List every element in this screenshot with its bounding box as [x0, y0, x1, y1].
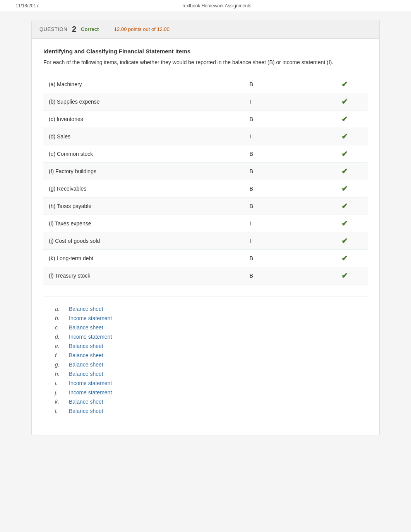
- item-answer: B: [244, 163, 322, 180]
- answer-letter: f.: [55, 352, 63, 358]
- answer-letter: d.: [55, 334, 63, 340]
- answer-letter: j.: [55, 389, 63, 396]
- question-description: For each of the following items, indicat…: [43, 58, 368, 66]
- item-check: ✔: [321, 111, 368, 128]
- answer-letter: i.: [55, 380, 63, 386]
- answer-value: Balance sheet: [69, 361, 103, 368]
- item-answer: B: [244, 76, 322, 93]
- item-answer: I: [244, 232, 322, 250]
- item-answer: I: [244, 215, 322, 232]
- checkmark-icon: ✔: [341, 80, 348, 89]
- list-item: f. Balance sheet: [55, 351, 356, 360]
- correct-badge: Correct: [81, 26, 99, 32]
- table-row: (c) Inventories B ✔: [43, 111, 368, 128]
- item-check: ✔: [321, 93, 368, 111]
- answer-value: Income statement: [69, 380, 112, 386]
- item-check: ✔: [321, 267, 368, 285]
- spacer2: [103, 26, 110, 32]
- item-label: (l) Treasury stock: [43, 267, 244, 285]
- table-row: (h) Taxes payable B ✔: [43, 198, 368, 215]
- item-label: (j) Cost of goods sold: [43, 232, 244, 250]
- list-item: l. Balance sheet: [55, 406, 356, 416]
- item-label: (i) Taxes expense: [43, 215, 244, 232]
- item-check: ✔: [321, 232, 368, 250]
- checkmark-icon: ✔: [341, 202, 348, 210]
- checkmark-icon: ✔: [341, 132, 348, 141]
- answer-value: Balance sheet: [69, 306, 103, 312]
- item-label: (c) Inventories: [43, 111, 244, 128]
- list-item: c. Balance sheet: [55, 323, 356, 332]
- answer-value: Balance sheet: [69, 352, 103, 358]
- points-text: 12.00 points out of 12.00: [114, 26, 170, 32]
- answer-letter: l.: [55, 408, 63, 414]
- list-item: d. Income statement: [55, 332, 356, 341]
- date-label: 11/18/2017: [15, 3, 39, 9]
- item-label: (a) Machinery: [43, 76, 244, 93]
- table-row: (g) Receivables B ✔: [43, 180, 368, 198]
- item-answer: B: [244, 250, 322, 267]
- item-check: ✔: [321, 250, 368, 267]
- checkmark-icon: ✔: [341, 115, 348, 123]
- item-label: (g) Receivables: [43, 180, 244, 198]
- checkmark-icon: ✔: [341, 167, 348, 176]
- table-row: (a) Machinery B ✔: [43, 76, 368, 93]
- answer-letter: a.: [55, 306, 63, 312]
- table-row: (e) Common stock B ✔: [43, 145, 368, 163]
- item-check: ✔: [321, 180, 368, 198]
- item-label: (k) Long-term debt: [43, 250, 244, 267]
- answer-letter: g.: [55, 361, 63, 368]
- question-label: QUESTION: [39, 26, 67, 32]
- table-row: (l) Treasury stock B ✔: [43, 267, 368, 285]
- answer-letter: k.: [55, 399, 63, 405]
- item-answer: B: [244, 111, 322, 128]
- table-row: (b) Supplies expense I ✔: [43, 93, 368, 111]
- question-number: 2: [72, 25, 76, 34]
- list-item: b. Income statement: [55, 314, 356, 323]
- item-check: ✔: [321, 145, 368, 163]
- answer-letter: c.: [55, 324, 63, 331]
- top-bar: 11/18/2017 Textbook Homework Assignments: [0, 0, 411, 12]
- question-header: QUESTION 2 Correct 12.00 points out of 1…: [32, 20, 379, 39]
- list-item: a. Balance sheet: [55, 304, 356, 314]
- item-label: (f) Factory buildings: [43, 163, 244, 180]
- checkmark-icon: ✔: [341, 150, 348, 158]
- answer-value: Income statement: [69, 315, 112, 321]
- list-item: j. Income statement: [55, 388, 356, 397]
- spacer: [394, 3, 396, 9]
- answer-value: Balance sheet: [69, 408, 103, 414]
- item-check: ✔: [321, 198, 368, 215]
- checkmark-icon: ✔: [341, 237, 348, 245]
- item-answer: B: [244, 267, 322, 285]
- list-item: h. Balance sheet: [55, 369, 356, 379]
- item-check: ✔: [321, 215, 368, 232]
- list-item: k. Balance sheet: [55, 397, 356, 406]
- item-answer: B: [244, 145, 322, 163]
- item-answer: B: [244, 198, 322, 215]
- answer-value: Balance sheet: [69, 324, 103, 331]
- answer-letter: h.: [55, 371, 63, 377]
- answer-value: Balance sheet: [69, 399, 103, 405]
- item-answer: I: [244, 93, 322, 111]
- item-label: (h) Taxes payable: [43, 198, 244, 215]
- answer-value: Income statement: [69, 389, 112, 396]
- question-title: Identifying and Classifying Financial St…: [43, 48, 368, 55]
- answer-letter: b.: [55, 315, 63, 321]
- table-row: (k) Long-term debt B ✔: [43, 250, 368, 267]
- checkmark-icon: ✔: [341, 184, 348, 193]
- table-row: (d) Sales I ✔: [43, 128, 368, 145]
- item-label: (d) Sales: [43, 128, 244, 145]
- checkmark-icon: ✔: [341, 254, 348, 263]
- list-item: e. Balance sheet: [55, 341, 356, 351]
- item-check: ✔: [321, 128, 368, 145]
- item-label: (b) Supplies expense: [43, 93, 244, 111]
- table-row: (i) Taxes expense I ✔: [43, 215, 368, 232]
- checkmark-icon: ✔: [341, 271, 348, 280]
- item-label: (e) Common stock: [43, 145, 244, 163]
- answer-letter: e.: [55, 343, 63, 349]
- checkmark-icon: ✔: [341, 97, 348, 106]
- answer-list: a. Balance sheet b. Income statement c. …: [43, 296, 368, 423]
- page-title: Textbook Homework Assignments: [182, 3, 251, 9]
- table-row: (f) Factory buildings B ✔: [43, 163, 368, 180]
- item-answer: B: [244, 180, 322, 198]
- question-container: QUESTION 2 Correct 12.00 points out of 1…: [31, 20, 380, 435]
